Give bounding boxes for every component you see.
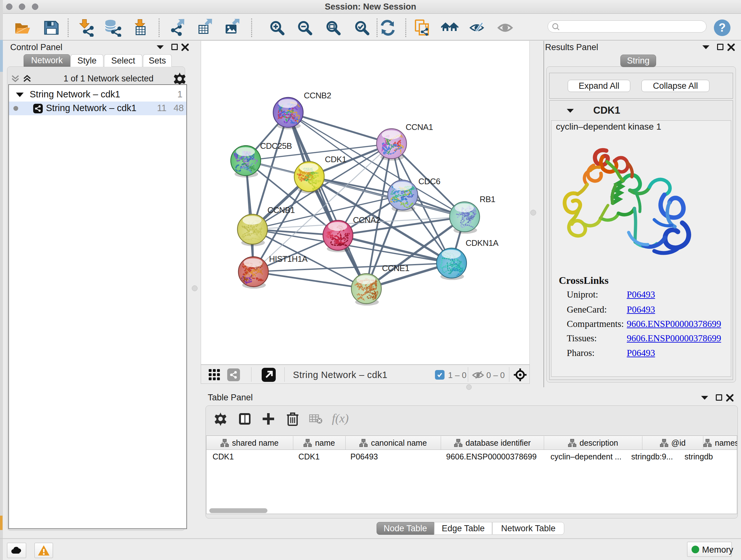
svg-text:CDC25B: CDC25B — [260, 141, 292, 151]
svg-text:HIST1H1A: HIST1H1A — [269, 254, 308, 264]
svg-text:CDKN1A: CDKN1A — [466, 238, 499, 248]
svg-text:RB1: RB1 — [480, 194, 495, 204]
svg-text:CCNB1: CCNB1 — [267, 205, 295, 215]
svg-text:CDK1: CDK1 — [325, 154, 346, 164]
svg-text:CCNA1: CCNA1 — [406, 122, 433, 132]
svg-text:CCNB2: CCNB2 — [304, 91, 331, 100]
svg-text:CDC6: CDC6 — [418, 177, 441, 186]
svg-text:CCNA2: CCNA2 — [353, 215, 381, 225]
svg-text:CCNE1: CCNE1 — [382, 263, 409, 273]
